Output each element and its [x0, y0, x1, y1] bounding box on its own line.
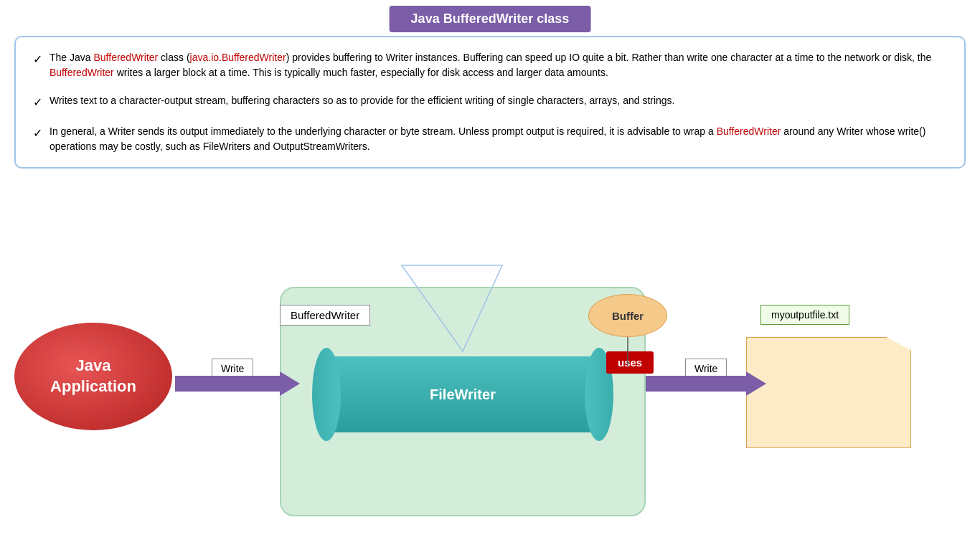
write-label-right: Write [685, 359, 727, 379]
checkmark-icon-3: ✓ [33, 125, 42, 142]
checkmark-icon: ✓ [33, 51, 42, 68]
page-title: Java BufferedWriter class [390, 6, 591, 32]
buffer-node: Buffer [588, 294, 667, 337]
uses-label: uses [606, 351, 654, 374]
bullet-item-2: ✓ Writes text to a character-output stre… [33, 93, 947, 111]
output-file-label: myoutputfile.txt [760, 305, 849, 325]
diagram-area: JavaApplication Write BufferedWriter Fil… [0, 265, 980, 545]
bullet-item-1: ✓ The Java BufferedWriter class (java.io… [33, 50, 947, 80]
checkmark-icon-2: ✓ [33, 94, 42, 111]
java-app-label: JavaApplication [50, 356, 136, 397]
filewriter-label: FileWriter [312, 387, 613, 403]
bullet-text-3: In general, a Writer sends its output im… [50, 124, 947, 154]
write-label-left: Write [212, 359, 253, 379]
output-paper [746, 337, 911, 448]
info-box: ✓ The Java BufferedWriter class (java.io… [14, 36, 966, 169]
buffer-label: Buffer [612, 310, 644, 322]
bufferedwriter-label: BufferedWriter [280, 305, 370, 326]
filewriter-node: FileWriter [312, 348, 613, 441]
bullet-text-1: The Java BufferedWriter class (java.io.B… [50, 50, 947, 80]
bullet-text-2: Writes text to a character-output stream… [50, 93, 675, 108]
bullet-item-3: ✓ In general, a Writer sends its output … [33, 124, 947, 154]
java-application-node: JavaApplication [14, 323, 172, 430]
